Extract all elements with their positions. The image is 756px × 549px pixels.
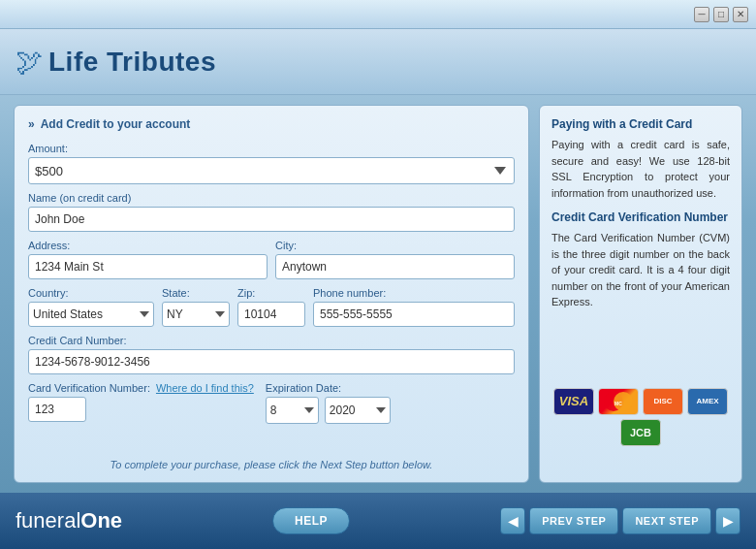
- next-step-button[interactable]: NEXT STEP: [622, 507, 711, 534]
- state-label: State:: [162, 287, 230, 299]
- jcb-badge: JCB: [620, 419, 661, 446]
- amount-field-group: Amount: $500 $100 $250 $1000: [28, 143, 515, 184]
- minimize-button[interactable]: ─: [694, 7, 709, 22]
- panel-title-text: Add Credit to your account: [41, 117, 191, 131]
- help-button[interactable]: HELP: [272, 507, 350, 534]
- cvv-label-row: Card Verification Number: Where do I fin…: [28, 382, 254, 394]
- city-input[interactable]: [275, 254, 515, 279]
- cvv-input[interactable]: [28, 397, 86, 422]
- address-city-row: Address: City:: [28, 240, 515, 279]
- visa-card-badge: VISA: [553, 388, 594, 415]
- logo-area: 🕊 Life Tributes: [0, 29, 756, 95]
- footer-nav: ◀ PREV STEP NEXT STEP ▶: [500, 507, 740, 534]
- exp-month-select[interactable]: 1234 567 8 9101112: [266, 397, 319, 424]
- svg-text:MC: MC: [614, 401, 622, 406]
- discover-badge: DISC: [643, 388, 683, 415]
- state-select[interactable]: NY CA TX FL: [162, 302, 230, 327]
- phone-input[interactable]: [313, 302, 515, 327]
- cvv-block: Card Verification Number: Where do I fin…: [28, 382, 254, 422]
- cc-info-title: Paying with a Credit Card: [551, 117, 730, 131]
- cvv-info-text: The Card Verification Number (CVM) is th…: [551, 230, 730, 310]
- footer: funeralOne HELP ◀ PREV STEP NEXT STEP ▶: [0, 493, 756, 549]
- country-state-zip-phone-row: Country: United States Canada United Kin…: [28, 287, 515, 327]
- cc-input[interactable]: [28, 349, 515, 374]
- address-input[interactable]: [28, 254, 268, 279]
- cards-area: VISA MC DISC AMEX JCB: [551, 388, 730, 446]
- maximize-button[interactable]: □: [713, 7, 729, 22]
- footer-center: HELP: [122, 507, 500, 534]
- zip-field-group: Zip:: [237, 287, 305, 327]
- form-panel: » Add Credit to your account Amount: $50…: [14, 105, 529, 483]
- logo-text: Life Tributes: [48, 47, 216, 78]
- footer-logo-text: funeralOne: [16, 508, 122, 533]
- cvv-label: Card Verification Number:: [28, 382, 150, 394]
- name-field-group: Name (on credit card): [28, 192, 515, 232]
- amex-badge: AMEX: [687, 388, 728, 415]
- amount-label: Amount:: [28, 143, 515, 154]
- state-field-group: State: NY CA TX FL: [162, 287, 230, 327]
- cvv-exp-row: Card Verification Number: Where do I fin…: [28, 382, 515, 424]
- amount-select[interactable]: $500 $100 $250 $1000: [28, 157, 515, 184]
- zip-label: Zip:: [237, 287, 305, 299]
- panel-title-arrow-icon: »: [28, 117, 35, 131]
- country-select[interactable]: United States Canada United Kingdom: [28, 302, 154, 327]
- exp-selects: 1234 567 8 9101112 20182019 2020 2021202…: [266, 397, 391, 424]
- logo-bird-icon: 🕊: [16, 46, 43, 78]
- prev-step-button[interactable]: PREV STEP: [529, 507, 618, 534]
- mastercard-badge: MC: [598, 388, 639, 415]
- title-bar-controls: ─ □ ✕: [694, 7, 748, 22]
- zip-input[interactable]: [237, 302, 305, 327]
- country-label: Country:: [28, 287, 154, 299]
- exp-year-select[interactable]: 20182019 2020 202120222023 20242025: [325, 397, 391, 424]
- footer-logo: funeralOne: [16, 508, 122, 533]
- cvv-info-title: Credit Card Verification Number: [551, 210, 730, 224]
- name-input[interactable]: [28, 207, 515, 232]
- cc-info-text: Paying with a credit card is safe, secur…: [551, 137, 730, 201]
- bottom-note: To complete your purchase, please click …: [28, 459, 515, 470]
- address-field-group: Address:: [28, 240, 268, 279]
- prev-arrow-button[interactable]: ◀: [500, 507, 525, 534]
- close-button[interactable]: ✕: [733, 7, 748, 22]
- phone-field-group: Phone number:: [313, 287, 515, 327]
- phone-label: Phone number:: [313, 287, 515, 299]
- next-arrow-button[interactable]: ▶: [715, 507, 740, 534]
- name-label: Name (on credit card): [28, 192, 515, 204]
- cvv-find-link[interactable]: Where do I find this?: [156, 382, 254, 394]
- exp-field-group: Expiration Date: 1234 567 8 9101112 2018…: [266, 382, 391, 424]
- exp-label: Expiration Date:: [266, 382, 391, 394]
- cc-field-group: Credit Card Number:: [28, 335, 515, 374]
- address-label: Address:: [28, 240, 268, 251]
- title-bar: ─ □ ✕: [0, 0, 756, 29]
- city-label: City:: [275, 240, 515, 251]
- country-field-group: Country: United States Canada United Kin…: [28, 287, 154, 327]
- info-panel: Paying with a Credit Card Paying with a …: [539, 105, 742, 483]
- panel-title: » Add Credit to your account: [28, 117, 515, 131]
- main-area: » Add Credit to your account Amount: $50…: [0, 95, 756, 493]
- cc-label: Credit Card Number:: [28, 335, 515, 346]
- city-field-group: City:: [275, 240, 515, 279]
